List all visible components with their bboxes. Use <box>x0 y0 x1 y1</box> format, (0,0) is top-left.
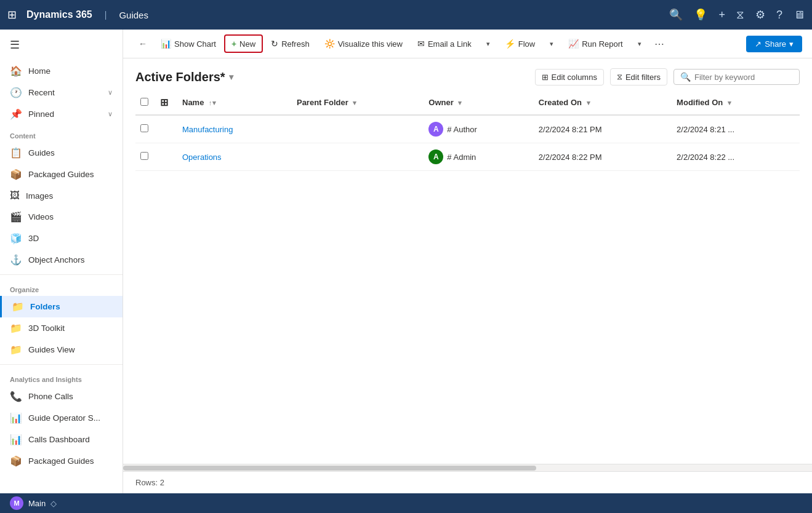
email-label: Email a Link <box>428 39 472 49</box>
run-report-button[interactable]: 📈 Run Report <box>561 35 629 52</box>
table-area: ⊞ Name ↑▾ Parent Folder ▾ Owner ▾ <box>123 90 812 464</box>
sidebar-item-pinned[interactable]: 📌 Pinned ∨ <box>0 103 123 125</box>
col-modified-on[interactable]: Modified On ▾ <box>672 90 800 115</box>
email-link-group: ✉ Email a Link ▾ <box>411 35 497 52</box>
sidebar-item-phone-calls[interactable]: 📞 Phone Calls <box>0 386 123 407</box>
section-content: Content <box>0 125 123 142</box>
sidebar-item-object-anchors[interactable]: ⚓ Object Anchors <box>0 249 123 271</box>
sidebar-label-videos: Videos <box>28 212 54 221</box>
settings-icon[interactable]: ⚙ <box>755 8 765 22</box>
row-name-link-1[interactable]: Operations <box>182 153 222 162</box>
recent-chevron[interactable]: ∨ <box>108 89 113 97</box>
edit-filters-button[interactable]: ⧖ Edit filters <box>610 68 667 86</box>
col-parent-folder[interactable]: Parent Folder ▾ <box>292 90 424 115</box>
show-chart-button[interactable]: 📊 Show Chart <box>154 35 223 52</box>
sidebar-item-3d[interactable]: 🧊 3D <box>0 228 123 249</box>
col-name[interactable]: Name ↑▾ <box>177 90 292 115</box>
row-checkbox-1[interactable] <box>140 152 148 160</box>
email-link-button[interactable]: ✉ Email a Link <box>411 35 478 52</box>
show-chart-label: Show Chart <box>174 39 216 49</box>
main-footer: Rows: 2 <box>123 471 812 493</box>
home-icon: 🏠 <box>10 65 22 77</box>
sidebar-item-guide-operator[interactable]: 📊 Guide Operator S... <box>0 407 123 429</box>
sidebar-item-home[interactable]: 🏠 Home <box>0 60 123 82</box>
table-row: Operations A # Admin 2/2/2024 8:22 PM 2/… <box>135 143 800 171</box>
select-all-col <box>135 90 155 115</box>
sidebar-label-packaged-guides: Packaged Guides <box>28 170 94 179</box>
anchor-icon: ⚓ <box>10 254 22 266</box>
new-button[interactable]: + New <box>224 34 263 53</box>
flow-button[interactable]: ⚡ Flow <box>498 35 542 52</box>
sidebar-item-calls-dashboard[interactable]: 📊 Calls Dashboard <box>0 429 123 450</box>
refresh-button[interactable]: ↻ Refresh <box>264 35 316 52</box>
filter-input[interactable] <box>694 73 793 82</box>
view-title-chevron[interactable]: ▾ <box>229 72 233 82</box>
sidebar-item-recent[interactable]: 🕐 Recent ∨ <box>0 82 123 103</box>
table-scrollbar[interactable] <box>123 464 812 471</box>
sidebar-label-home: Home <box>28 66 50 76</box>
row-checkbox-cell <box>135 115 155 143</box>
created-on-sort-icon: ▾ <box>587 99 590 106</box>
visualize-button[interactable]: 🔆 Visualize this view <box>318 35 409 52</box>
status-label: Main <box>28 499 46 508</box>
grid-icon[interactable]: ⊞ <box>7 8 17 22</box>
run-report-chevron-button[interactable]: ▾ <box>631 36 648 52</box>
main-content: ← 📊 Show Chart + New ↻ Refresh 🔆 Visuali… <box>123 30 812 493</box>
row-hierarchy-cell-1 <box>155 143 177 171</box>
email-icon: ✉ <box>417 39 425 49</box>
search-icon[interactable]: 🔍 <box>669 8 683 22</box>
sidebar-divider-2 <box>0 364 123 365</box>
sidebar-item-packaged-guides[interactable]: 📦 Packaged Guides <box>0 164 123 185</box>
sidebar-label-images: Images <box>26 191 53 201</box>
status-icon: ◇ <box>50 499 57 508</box>
filter-input-wrap: 🔍 <box>673 69 800 85</box>
email-chevron-button[interactable]: ▾ <box>480 36 497 52</box>
app-title: Dynamics 365 <box>26 9 92 20</box>
row-checkbox-0[interactable] <box>140 124 148 132</box>
3d-icon: 🧊 <box>10 233 22 244</box>
sidebar-item-guides[interactable]: 📋 Guides <box>0 142 123 164</box>
select-all-checkbox[interactable] <box>140 98 148 106</box>
scrollbar-thumb <box>123 466 536 471</box>
back-button[interactable]: ← <box>133 35 153 52</box>
lightbulb-icon[interactable]: 💡 <box>694 8 707 22</box>
row-modified-on-cell-1: 2/2/2024 8:22 ... <box>672 143 800 171</box>
parent-folder-sort-icon: ▾ <box>353 99 356 106</box>
folders-table: ⊞ Name ↑▾ Parent Folder ▾ Owner ▾ <box>135 90 800 171</box>
sidebar-item-3d-toolkit[interactable]: 📁 3D Toolkit <box>0 317 123 339</box>
sidebar-label-3d-toolkit: 3D Toolkit <box>28 324 65 333</box>
toolbar-right: ↗ Share ▾ <box>746 36 802 52</box>
sidebar-item-guides-view[interactable]: 📁 Guides View <box>0 339 123 360</box>
new-label: New <box>239 39 255 49</box>
filter-icon[interactable]: ⧖ <box>736 9 744 22</box>
status-bar: M Main ◇ <box>0 493 812 513</box>
row-parent-folder-cell-1 <box>292 143 424 171</box>
col-created-on[interactable]: Created On ▾ <box>534 90 672 115</box>
owner-sort-icon: ▾ <box>458 99 462 106</box>
sidebar-label-3d: 3D <box>28 234 39 243</box>
hamburger-icon[interactable]: ☰ <box>0 30 123 60</box>
view-header: Active Folders* ▾ ⊞ Edit columns ⧖ Edit … <box>123 58 812 90</box>
owner-label-1: # Admin <box>447 153 476 162</box>
share-button[interactable]: ↗ Share ▾ <box>746 36 802 52</box>
run-report-chevron-icon: ▾ <box>638 40 641 48</box>
pinned-chevron[interactable]: ∨ <box>108 110 113 118</box>
guides-view-icon: 📁 <box>10 344 22 356</box>
folders-icon: 📁 <box>12 301 24 312</box>
screen-icon[interactable]: 🖥 <box>794 9 805 22</box>
edit-columns-button[interactable]: ⊞ Edit columns <box>535 69 604 86</box>
nav-separator: | <box>105 10 107 20</box>
sidebar-item-videos[interactable]: 🎬 Videos <box>0 206 123 228</box>
more-options-button[interactable]: ⋯ <box>649 35 669 53</box>
sidebar-item-packaged-guides-2[interactable]: 📦 Packaged Guides <box>0 450 123 472</box>
sidebar-item-images[interactable]: 🖼 Images <box>0 185 123 206</box>
sidebar-item-folders[interactable]: 📁 Folders <box>0 296 123 317</box>
add-icon[interactable]: + <box>718 9 725 22</box>
row-name-link-0[interactable]: Manufacturing <box>182 125 233 134</box>
flow-chevron-button[interactable]: ▾ <box>543 36 560 52</box>
help-icon[interactable]: ? <box>776 9 782 22</box>
owner-label-0: # Author <box>447 125 476 134</box>
col-owner[interactable]: Owner ▾ <box>424 90 534 115</box>
email-chevron-icon: ▾ <box>486 40 490 48</box>
name-sort-icon: ↑▾ <box>209 99 216 106</box>
